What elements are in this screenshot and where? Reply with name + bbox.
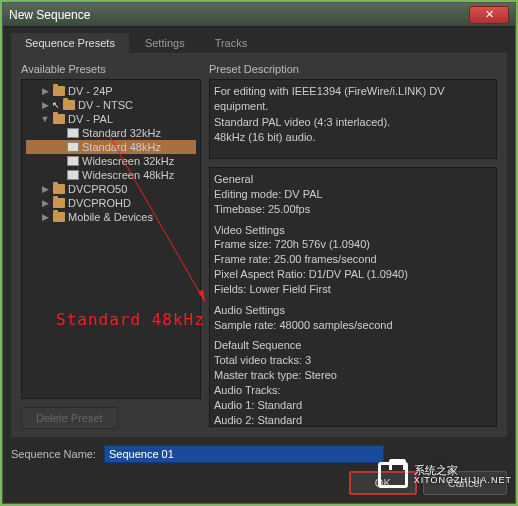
close-icon: ✕ [485, 8, 494, 21]
folder-icon [53, 198, 65, 208]
info-pixel-aspect: Pixel Aspect Ratio: D1/DV PAL (1.0940) [214, 267, 492, 282]
info-master-type: Master track type: Stereo [214, 368, 492, 383]
sequence-name-input[interactable] [104, 445, 384, 463]
right-panel: Preset Description For editing with IEEE… [209, 63, 497, 427]
presets-panel: Available Presets ▶DV - 24P▶↖DV - NTSC▼D… [21, 63, 201, 427]
description-box: For editing with IEEE1394 (FireWire/i.LI… [209, 79, 497, 159]
desc-line: For editing with IEEE1394 (FireWire/i.LI… [214, 84, 492, 115]
description-label: Preset Description [209, 63, 497, 75]
tree-folder[interactable]: ▶DVCPROHD [26, 196, 196, 210]
folder-icon [53, 212, 65, 222]
folder-icon [53, 184, 65, 194]
close-button[interactable]: ✕ [469, 6, 509, 24]
presets-label: Available Presets [21, 63, 201, 75]
tree-item-label: Widescreen 32kHz [82, 155, 174, 167]
preset-icon [67, 156, 79, 166]
button-row: OK Cancel [3, 471, 515, 503]
window-title: New Sequence [9, 8, 469, 22]
info-audio-tracks: Audio Tracks: [214, 383, 492, 398]
preset-tree[interactable]: ▶DV - 24P▶↖DV - NTSC▼DV - PALStandard 32… [21, 79, 201, 399]
info-total-tracks: Total video tracks: 3 [214, 353, 492, 368]
tree-folder[interactable]: ▶Mobile & Devices [26, 210, 196, 224]
tree-folder[interactable]: ▶↖DV - NTSC [26, 98, 196, 112]
tree-folder[interactable]: ▶DVCPRO50 [26, 182, 196, 196]
tree-item-label: DV - PAL [68, 113, 113, 125]
disclosure-arrow-icon: ▶ [40, 198, 50, 208]
info-general-header: General [214, 172, 492, 187]
info-frame-rate: Frame rate: 25.00 frames/second [214, 252, 492, 267]
info-audio2: Audio 2: Standard [214, 413, 492, 427]
folder-icon [63, 100, 75, 110]
tree-preset[interactable]: Widescreen 48kHz [26, 168, 196, 182]
disclosure-arrow-icon: ▶ [40, 212, 50, 222]
info-editing-mode: Editing mode: DV PAL [214, 187, 492, 202]
info-fields: Fields: Lower Field First [214, 282, 492, 297]
sequence-name-row: Sequence Name: [3, 437, 515, 471]
titlebar: New Sequence ✕ [3, 3, 515, 27]
folder-icon [53, 114, 65, 124]
desc-line: Standard PAL video (4:3 interlaced). [214, 115, 492, 130]
delete-preset-button[interactable]: Delete Preset [21, 407, 118, 429]
disclosure-arrow-icon: ▼ [40, 114, 50, 124]
tab-settings[interactable]: Settings [131, 33, 199, 53]
tree-preset[interactable]: Standard 48kHz [26, 140, 196, 154]
tree-item-label: Mobile & Devices [68, 211, 153, 223]
preset-icon [67, 170, 79, 180]
tab-sequence-presets[interactable]: Sequence Presets [11, 33, 129, 53]
tab-tracks[interactable]: Tracks [201, 33, 262, 53]
tree-item-label: Standard 32kHz [82, 127, 161, 139]
info-audio-header: Audio Settings [214, 303, 492, 318]
preset-icon [67, 128, 79, 138]
info-timebase: Timebase: 25.00fps [214, 202, 492, 217]
tree-preset[interactable]: Widescreen 32kHz [26, 154, 196, 168]
tree-item-label: DVCPROHD [68, 197, 131, 209]
info-frame-size: Frame size: 720h 576v (1.0940) [214, 237, 492, 252]
tree-item-label: Widescreen 48kHz [82, 169, 174, 181]
disclosure-arrow-icon: ▶ [40, 86, 50, 96]
cursor-icon: ↖ [52, 100, 60, 110]
dialog-window: New Sequence ✕ Sequence Presets Settings… [2, 2, 516, 504]
info-default-header: Default Sequence [214, 338, 492, 353]
preset-icon [67, 142, 79, 152]
cancel-button[interactable]: Cancel [423, 471, 507, 495]
content-area: Available Presets ▶DV - 24P▶↖DV - NTSC▼D… [11, 53, 507, 437]
tab-bar: Sequence Presets Settings Tracks [3, 27, 515, 53]
sequence-name-label: Sequence Name: [11, 448, 96, 460]
folder-icon [53, 86, 65, 96]
tree-item-label: DV - 24P [68, 85, 113, 97]
info-audio1: Audio 1: Standard [214, 398, 492, 413]
tree-folder[interactable]: ▶DV - 24P [26, 84, 196, 98]
tree-item-label: Standard 48kHz [82, 141, 161, 153]
info-box: General Editing mode: DV PAL Timebase: 2… [209, 167, 497, 427]
ok-button[interactable]: OK [349, 471, 417, 495]
tree-item-label: DV - NTSC [78, 99, 133, 111]
tree-item-label: DVCPRO50 [68, 183, 127, 195]
tree-preset[interactable]: Standard 32kHz [26, 126, 196, 140]
disclosure-arrow-icon: ▶ [40, 184, 50, 194]
disclosure-arrow-icon: ▶ [40, 100, 50, 110]
info-video-header: Video Settings [214, 223, 492, 238]
tree-folder[interactable]: ▼DV - PAL [26, 112, 196, 126]
info-sample-rate: Sample rate: 48000 samples/second [214, 318, 492, 333]
desc-line: 48kHz (16 bit) audio. [214, 130, 492, 145]
